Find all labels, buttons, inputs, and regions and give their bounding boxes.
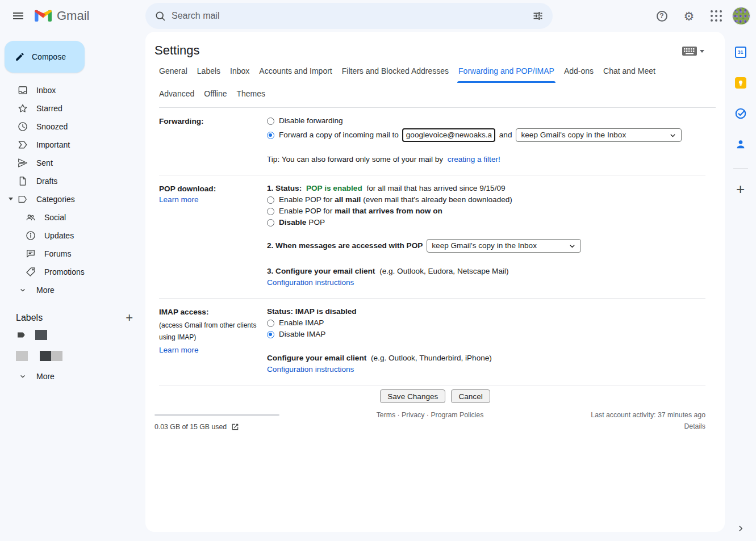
disable-forwarding-radio[interactable] [267, 118, 274, 125]
tabs-row-1: General Labels Inbox Accounts and Import… [159, 66, 716, 77]
search-input[interactable] [172, 11, 527, 21]
compose-button[interactable]: Compose [5, 41, 85, 73]
forward-action-value: keep Gmail's copy in the Inbox [521, 129, 626, 141]
labels-more-label: More [36, 372, 55, 381]
sidebar-item-forums[interactable]: Forums [0, 245, 145, 263]
labels-more[interactable]: More [0, 367, 145, 385]
people-icon [25, 212, 36, 223]
option-text-bold: Disable [279, 217, 306, 228]
settings-tabs: General Labels Inbox Accounts and Import… [159, 66, 716, 108]
sidebar-item-promotions[interactable]: Promotions [0, 263, 145, 281]
clock-icon [17, 121, 28, 132]
sidebar-item-label: Updates [44, 231, 74, 240]
imap-enable-radio[interactable] [267, 320, 274, 327]
pop-configuration-instructions-link[interactable]: Configuration instructions [267, 278, 354, 287]
keep-icon[interactable] [729, 72, 752, 94]
tasks-icon[interactable] [729, 102, 752, 125]
sidebar-item-drafts[interactable]: Drafts [0, 172, 145, 190]
disable-forwarding-label: Disable forwarding [279, 115, 343, 127]
disable-forwarding-option[interactable]: Disable forwarding [267, 115, 705, 127]
sidebar-item-label: Starred [36, 104, 62, 113]
sidebar-item-categories[interactable]: Categories [0, 190, 145, 208]
settings-gear-icon[interactable]: ⚙ [678, 5, 700, 27]
tab-chat-and-meet[interactable]: Chat and Meet [603, 66, 655, 77]
imap-disable-option[interactable]: Disable IMAP [267, 329, 705, 340]
search-bar[interactable] [145, 3, 553, 29]
pop-disable-radio[interactable] [267, 219, 274, 227]
sidebar-item-label: Snoozed [36, 122, 68, 131]
tab-filters-and-blocked-addresses[interactable]: Filters and Blocked Addresses [342, 66, 449, 77]
sidebar-item-important[interactable]: Important [0, 136, 145, 154]
cancel-button[interactable]: Cancel [451, 389, 490, 403]
pop-status-rest: for all mail that has arrived since 9/15… [366, 184, 505, 192]
pop-enable-now-option[interactable]: Enable POP for mail that arrives from no… [267, 206, 705, 217]
details-link[interactable]: Details [684, 422, 705, 430]
google-apps-icon[interactable] [705, 5, 728, 27]
forward-address-select[interactable]: googlevoice@newoaks.a [402, 128, 495, 142]
forward-address-value: googlevoice@newoaks.a [406, 129, 492, 141]
sidebar-item-sent[interactable]: Sent [0, 154, 145, 172]
imap-configuration-instructions-link[interactable]: Configuration instructions [267, 365, 354, 374]
account-avatar[interactable] [732, 7, 750, 25]
imap-learn-more-link[interactable]: Learn more [159, 346, 199, 354]
sidebar-item-snoozed[interactable]: Snoozed [0, 118, 145, 136]
tab-forwarding-and-pop-imap[interactable]: Forwarding and POP/IMAP [458, 66, 554, 77]
pop-enable-now-radio[interactable] [267, 208, 274, 215]
help-icon[interactable]: ? [650, 5, 673, 27]
forward-copy-radio[interactable] [267, 132, 274, 139]
tab-labels[interactable]: Labels [197, 66, 220, 77]
sidebar-item-starred[interactable]: Starred [0, 99, 145, 118]
privacy-link[interactable]: Privacy [402, 411, 424, 419]
gmail-logo[interactable]: Gmail [34, 9, 89, 23]
label-row[interactable] [0, 345, 145, 366]
forward-action-select[interactable]: keep Gmail's copy in the Inbox [516, 128, 682, 142]
info-icon [25, 230, 36, 241]
sidebar-item-more[interactable]: More [0, 281, 145, 299]
main-menu-icon[interactable] [7, 5, 30, 27]
footer-separator: · [398, 411, 400, 419]
tab-advanced[interactable]: Advanced [159, 89, 194, 99]
label-row[interactable] [0, 324, 145, 345]
creating-a-filter-link[interactable]: creating a filter! [448, 155, 500, 163]
calendar-day: 31 [737, 49, 743, 55]
imap-disable-radio[interactable] [267, 331, 274, 338]
pop-disable-option[interactable]: Disable POP [267, 217, 705, 228]
tab-themes[interactable]: Themes [237, 89, 266, 99]
pop-configure-line: 3. Configure your email client (e.g. Out… [267, 266, 705, 277]
calendar-icon[interactable]: 31 [729, 41, 752, 64]
pop-enable-all-radio[interactable] [267, 196, 274, 204]
collapse-arrow-icon[interactable] [9, 198, 13, 200]
imap-enable-option[interactable]: Enable IMAP [267, 317, 705, 329]
hide-side-panel-icon[interactable] [725, 524, 756, 533]
open-in-new-icon[interactable] [231, 423, 239, 431]
tab-offline[interactable]: Offline [204, 89, 227, 99]
pop-enable-all-option[interactable]: Enable POP for all mail (even mail that'… [267, 194, 705, 206]
save-changes-button[interactable]: Save Changes [380, 389, 445, 403]
forwarding-section: Forwarding: Disable forwarding Forward a… [159, 108, 705, 175]
tab-general[interactable]: General [159, 66, 187, 77]
pop-when-select[interactable]: keep Gmail's copy in the Inbox [427, 239, 581, 253]
sidebar-item-social[interactable]: Social [0, 208, 145, 227]
tab-accounts-and-import[interactable]: Accounts and Import [259, 66, 332, 77]
input-tools-toggle[interactable] [682, 47, 704, 56]
create-label-icon[interactable]: + [126, 312, 133, 324]
sidebar-item-inbox[interactable]: Inbox [0, 81, 145, 99]
forward-copy-option[interactable]: Forward a copy of incoming mail to googl… [267, 128, 705, 142]
imap-section-sublabel: (access Gmail from other clients using I… [159, 320, 260, 343]
tab-add-ons[interactable]: Add-ons [564, 66, 594, 77]
contacts-icon[interactable] [729, 133, 752, 156]
left-sidebar: Compose Inbox Starred Snoozed Important … [0, 32, 145, 541]
terms-link[interactable]: Terms [377, 411, 395, 419]
pop-learn-more-link[interactable]: Learn more [159, 195, 199, 204]
program-policies-link[interactable]: Program Policies [431, 411, 483, 419]
get-addons-icon[interactable]: + [729, 178, 752, 200]
compose-pencil-icon [15, 52, 25, 62]
storage-usage-text: 0.03 GB of 15 GB used [154, 423, 227, 431]
sidebar-item-label: Inbox [36, 86, 56, 95]
search-options-icon[interactable] [527, 5, 549, 27]
forward-copy-label: Forward a copy of incoming mail to [279, 129, 399, 141]
sidebar-item-updates[interactable]: Updates [0, 227, 145, 245]
tab-inbox[interactable]: Inbox [230, 66, 249, 77]
search-icon[interactable] [149, 5, 172, 27]
option-text: Enable IMAP [279, 317, 324, 329]
